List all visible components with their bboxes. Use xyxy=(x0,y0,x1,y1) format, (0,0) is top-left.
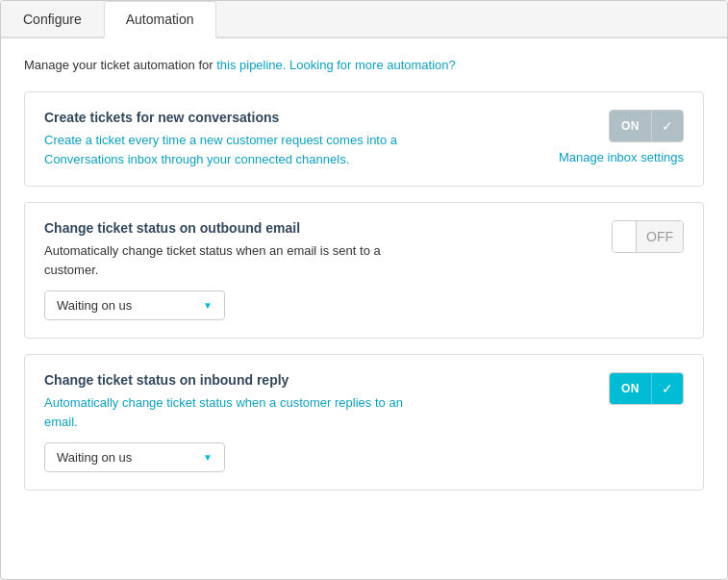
tab-configure[interactable]: Configure xyxy=(1,1,104,38)
section-left-outbound: Change ticket status on outbound email A… xyxy=(44,220,410,279)
section-create-tickets: Create tickets for new conversations Cre… xyxy=(24,91,704,187)
toggle-check-inbound: ✓ xyxy=(651,373,683,404)
toggle-check-create-tickets: ✓ xyxy=(651,111,683,141)
pipeline-link[interactable]: this pipeline. xyxy=(216,58,286,72)
dropdown-arrow-inbound: ▼ xyxy=(203,452,213,463)
intro-text: Manage your ticket automation for this p… xyxy=(24,58,704,72)
manage-inbox-settings-link[interactable]: Manage inbox settings xyxy=(559,150,684,164)
section-left-create-tickets: Create tickets for new conversations Cre… xyxy=(44,110,410,168)
section-desc-create-tickets: Create a ticket every time a new custome… xyxy=(44,131,410,168)
section-right-outbound: OFF xyxy=(612,220,684,253)
section-title-inbound: Change ticket status on inbound reply xyxy=(44,372,410,388)
dropdown-arrow-outbound: ▼ xyxy=(203,300,213,311)
section-outbound-email: Change ticket status on outbound email A… xyxy=(24,202,704,339)
section-title-create-tickets: Create tickets for new conversations xyxy=(44,110,410,125)
section-right-create-tickets: ON ✓ Manage inbox settings xyxy=(559,110,684,164)
toggle-inbound[interactable]: ON ✓ xyxy=(609,372,684,405)
tab-automation[interactable]: Automation xyxy=(104,1,216,38)
app-window: Configure Automation Manage your ticket … xyxy=(0,0,728,580)
page-body: Manage your ticket automation for this p… xyxy=(1,38,727,525)
section-right-inbound: ON ✓ xyxy=(609,372,684,405)
section-desc-inbound: Automatically change ticket status when … xyxy=(44,393,410,431)
dropdown-outbound[interactable]: Waiting on us ▼ xyxy=(44,290,225,320)
section-title-outbound: Change ticket status on outbound email xyxy=(44,220,410,236)
section-desc-outbound: Automatically change ticket status when … xyxy=(44,241,410,279)
more-automation-link[interactable]: Looking for more automation? xyxy=(289,58,456,72)
dropdown-value-outbound: Waiting on us xyxy=(57,298,132,313)
dropdown-inbound[interactable]: Waiting on us ▼ xyxy=(44,442,225,472)
toggle-outbound[interactable]: OFF xyxy=(612,220,684,253)
toggle-label-outbound xyxy=(613,221,636,252)
section-left-inbound: Change ticket status on inbound reply Au… xyxy=(44,372,410,431)
section-inbound-reply: Change ticket status on inbound reply Au… xyxy=(24,354,704,491)
tab-bar: Configure Automation xyxy=(1,1,727,38)
toggle-create-tickets[interactable]: ON ✓ xyxy=(609,110,684,142)
toggle-label-create-tickets: ON xyxy=(610,111,651,141)
dropdown-value-inbound: Waiting on us xyxy=(57,450,132,465)
toggle-label-inbound: ON xyxy=(610,373,651,404)
toggle-check-outbound: OFF xyxy=(636,221,683,252)
